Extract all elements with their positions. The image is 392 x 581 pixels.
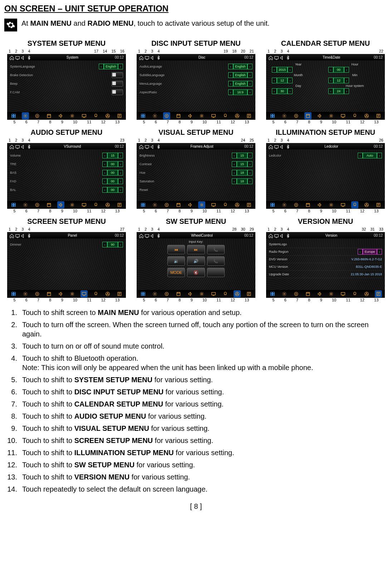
sw-button-1[interactable]: ⏭ xyxy=(187,245,205,254)
aud-icon[interactable] xyxy=(57,201,64,208)
screen-off-icon[interactable] xyxy=(274,233,278,237)
ver-icon[interactable] xyxy=(375,201,382,208)
prev-icon[interactable]: ‹ xyxy=(99,64,104,69)
sw-icon[interactable] xyxy=(104,290,111,297)
win-icon[interactable] xyxy=(10,201,17,208)
sys-icon[interactable] xyxy=(151,290,158,297)
home-icon[interactable] xyxy=(9,55,13,59)
win-icon[interactable] xyxy=(10,290,17,297)
value[interactable]: 90 xyxy=(107,242,118,247)
aud-icon[interactable] xyxy=(57,290,64,297)
next-icon[interactable]: › xyxy=(248,170,253,176)
next-icon[interactable]: › xyxy=(118,64,123,69)
next-icon[interactable]: › xyxy=(344,67,349,73)
home-icon[interactable] xyxy=(9,233,13,237)
sw-icon[interactable] xyxy=(363,112,370,119)
ill-icon[interactable] xyxy=(351,112,358,119)
sw-button-2[interactable]: 📞 xyxy=(207,245,225,254)
next-icon[interactable]: › xyxy=(344,88,349,94)
screen-off-icon[interactable] xyxy=(15,55,19,59)
disc-icon[interactable] xyxy=(163,290,170,297)
mute-icon[interactable] xyxy=(280,233,283,237)
screen-off-icon[interactable] xyxy=(15,144,19,148)
next-icon[interactable]: › xyxy=(118,242,123,247)
home-icon[interactable] xyxy=(268,144,272,148)
bluetooth-icon[interactable] xyxy=(285,233,289,237)
vis-icon[interactable] xyxy=(198,290,205,297)
win-icon[interactable] xyxy=(269,112,276,119)
scr-icon[interactable] xyxy=(80,112,88,119)
screen-off-icon[interactable] xyxy=(144,233,148,237)
sys-icon[interactable] xyxy=(281,201,288,208)
bluetooth-icon[interactable] xyxy=(156,233,160,237)
value[interactable]: English xyxy=(233,81,248,87)
prev-icon[interactable]: ‹ xyxy=(232,178,237,184)
scr-icon[interactable] xyxy=(210,201,217,208)
value[interactable]: 00 xyxy=(107,187,118,193)
cal-icon[interactable] xyxy=(45,290,53,297)
next-icon[interactable]: › xyxy=(248,161,253,167)
vis-icon[interactable] xyxy=(328,112,335,119)
bluetooth-icon[interactable] xyxy=(285,55,289,59)
disc-icon[interactable] xyxy=(34,112,41,119)
scr-icon[interactable] xyxy=(339,290,347,297)
prev-icon[interactable]: ‹ xyxy=(102,187,107,193)
cal-icon[interactable] xyxy=(175,112,182,119)
value[interactable]: 15 xyxy=(237,153,248,158)
disc-icon[interactable] xyxy=(163,201,170,208)
value[interactable]: 12 xyxy=(333,78,344,83)
value[interactable]: 15 xyxy=(237,161,248,167)
cal-icon[interactable] xyxy=(175,201,182,208)
prev-icon[interactable]: ‹ xyxy=(358,249,363,255)
vis-icon[interactable] xyxy=(69,290,76,297)
mute-icon[interactable] xyxy=(280,55,283,59)
sw-button-3[interactable]: 🔉 xyxy=(167,256,185,266)
sw-button-5[interactable]: 📞 xyxy=(207,256,225,266)
value[interactable]: 15 xyxy=(107,153,118,158)
bluetooth-icon[interactable] xyxy=(156,55,160,59)
win-icon[interactable] xyxy=(139,112,147,119)
sw-button-8[interactable] xyxy=(207,268,225,277)
vis-icon[interactable] xyxy=(328,201,335,208)
scr-icon[interactable] xyxy=(339,112,347,119)
value[interactable]: Europe xyxy=(363,249,377,255)
ver-icon[interactable] xyxy=(116,112,123,119)
home-icon[interactable] xyxy=(139,55,142,59)
ver-icon[interactable] xyxy=(245,112,253,119)
prev-icon[interactable]: ‹ xyxy=(232,153,237,158)
screen-off-icon[interactable] xyxy=(15,233,19,237)
disc-icon[interactable] xyxy=(293,201,300,208)
scr-icon[interactable] xyxy=(210,112,217,119)
prev-icon[interactable]: ‹ xyxy=(328,67,333,73)
screen-off-icon[interactable] xyxy=(144,55,148,59)
aud-icon[interactable] xyxy=(316,290,323,297)
mute-icon[interactable] xyxy=(150,233,154,237)
ill-icon[interactable] xyxy=(222,112,229,119)
ill-icon[interactable] xyxy=(92,112,99,119)
ill-icon[interactable] xyxy=(92,201,99,208)
aud-icon[interactable] xyxy=(187,112,194,119)
prev-icon[interactable]: ‹ xyxy=(228,72,233,78)
vis-icon[interactable] xyxy=(198,201,205,208)
sys-icon[interactable] xyxy=(281,112,288,119)
value[interactable]: English xyxy=(233,72,248,78)
win-icon[interactable] xyxy=(269,201,276,208)
sys-icon[interactable] xyxy=(22,290,29,297)
mute-icon[interactable] xyxy=(150,144,154,148)
prev-icon[interactable]: ‹ xyxy=(328,88,333,94)
next-icon[interactable]: › xyxy=(118,161,123,167)
aud-icon[interactable] xyxy=(187,290,194,297)
sys-icon[interactable] xyxy=(151,201,158,208)
ill-icon[interactable] xyxy=(222,201,229,208)
value[interactable]: 18 xyxy=(237,178,248,184)
next-icon[interactable]: › xyxy=(288,78,293,83)
next-icon[interactable]: › xyxy=(377,249,382,255)
next-icon[interactable]: › xyxy=(248,64,253,69)
aud-icon[interactable] xyxy=(316,201,323,208)
aud-icon[interactable] xyxy=(57,112,64,119)
prev-icon[interactable]: ‹ xyxy=(102,178,107,184)
value[interactable]: 24 xyxy=(333,88,344,94)
scr-icon[interactable] xyxy=(80,201,88,208)
disc-icon[interactable] xyxy=(163,112,170,119)
ver-icon[interactable] xyxy=(245,201,253,208)
